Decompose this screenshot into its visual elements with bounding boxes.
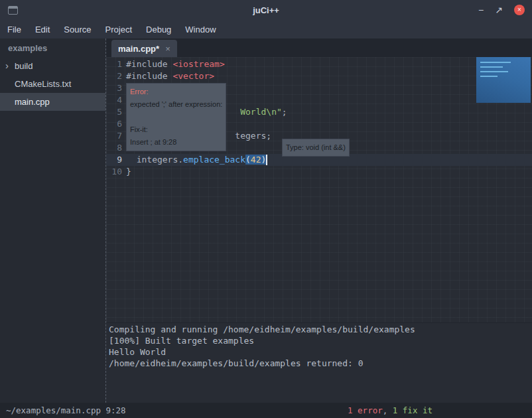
code-line-1[interactable]: 1#include <iostream> [106,58,532,70]
status-error-count: 1 error [348,405,383,415]
tree-item-label: main.cpp [15,97,50,107]
minimap-line [480,66,503,68]
status-diagnostics: 1 error, 1 fix it [348,405,432,415]
tree-item-label: build [15,61,33,71]
code-text: } [126,166,131,178]
line-number: 3 [106,82,126,94]
menu-bar: FileEditSourceProjectDebugWindow [0,20,532,38]
tab-label: main.cpp* [118,44,159,54]
terminal-line: /home/eidheim/examples/build/examples re… [109,358,532,369]
status-fixit-count: 1 fix it [393,405,432,415]
menu-window[interactable]: Window [185,25,216,35]
minimap-line [480,62,511,63]
tab-main-cpp[interactable]: main.cpp* × [111,40,177,57]
menu-edit[interactable]: Edit [35,25,50,35]
chevron-right-icon: › [5,60,9,71]
status-file-position: ~/examples/main.cpp 9:28 [6,405,126,415]
project-root-label: examples [0,38,105,57]
terminal-line: Compiling and running /home/eidheim/exam… [109,324,532,335]
minimap-line [480,76,498,77]
tree-item-cmakelists-txt[interactable]: CMakeLists.txt [0,75,105,93]
tree-item-build[interactable]: ›build [0,57,105,75]
restore-button[interactable]: ↗ [495,5,503,15]
type-tooltip: Type: void (int &&) [282,139,350,157]
line-number: 8 [106,142,126,154]
tab-bar: main.cpp* × [106,38,532,57]
tooltip-error-message: expected ';' after expression: [130,98,222,111]
line-number: 6 [106,118,126,130]
menu-project[interactable]: Project [105,25,132,35]
tooltip-spacer [130,111,222,123]
tooltip-fixit-title: Fix-it: [130,123,222,136]
code-text: integers.emplace_back(42) [126,154,266,166]
line-number: 5 [106,106,126,118]
app-window: juCi++ − ↗ × FileEditSourceProjectDebugW… [0,0,532,418]
line-number: 2 [106,70,126,82]
tree-item-label: CMakeLists.txt [15,79,71,89]
minimap-line [480,71,508,72]
status-bar: ~/examples/main.cpp 9:28 1 error, 1 fix … [0,403,532,418]
output-terminal[interactable]: Compiling and running /home/eidheim/exam… [106,322,532,403]
file-tree: ›buildCMakeLists.txtmain.cpp [0,57,105,111]
window-controls: − ↗ × [478,0,525,20]
window-title: juCi++ [0,5,532,15]
app-icon [8,6,18,15]
text-cursor [266,155,267,165]
menu-file[interactable]: File [7,25,21,35]
menu-source[interactable]: Source [64,25,91,35]
minimize-button[interactable]: − [478,5,484,15]
code-editor[interactable]: 1#include <iostream>2#include <vector>34… [106,57,532,322]
tooltip-fixit-text: Insert ; at 9:28 [130,136,222,149]
diagnostic-tooltip: Error: expected ';' after expression: Fi… [126,83,226,151]
overview-map[interactable] [476,57,531,103]
terminal-line: Hello World [109,346,532,358]
editor-pane: main.cpp* × 1#include <iostream>2#includ… [105,38,532,403]
terminal-line: [100%] Built target examples [109,335,532,346]
code-line-10[interactable]: 10} [106,166,532,178]
line-number: 10 [106,166,126,178]
tree-item-main-cpp[interactable]: main.cpp [0,93,105,111]
code-text: #include <iostream> [126,58,225,70]
line-number: 1 [106,58,126,70]
file-tree-panel: examples ›buildCMakeLists.txtmain.cpp [0,38,105,403]
code-line-2[interactable]: 2#include <vector> [106,70,532,82]
line-number: 7 [106,130,126,142]
titlebar: juCi++ − ↗ × [0,0,532,20]
status-separator: , [383,405,393,415]
line-number: 9 [106,154,126,166]
tooltip-error-title: Error: [130,86,222,98]
menu-debug[interactable]: Debug [146,25,171,35]
line-number: 4 [106,94,126,106]
code-text: #include <vector> [126,70,214,82]
tab-close-icon[interactable]: × [165,44,170,54]
main-content: examples ›buildCMakeLists.txtmain.cpp ma… [0,38,532,403]
close-button[interactable]: × [514,5,525,15]
